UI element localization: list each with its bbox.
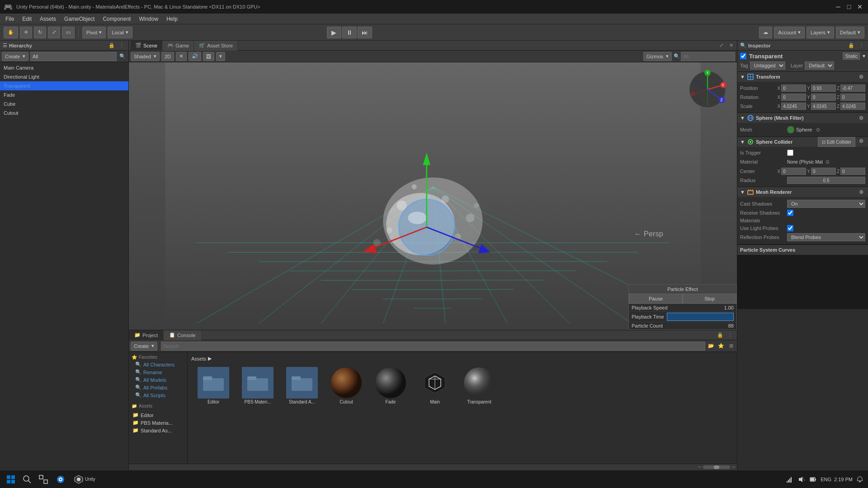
- hierarchy-header[interactable]: ☰ Hierarchy 🔒 ⋮: [0, 41, 128, 51]
- hand-tool[interactable]: ✋: [4, 27, 18, 38]
- rot-x-input[interactable]: 0: [781, 94, 806, 101]
- hierarchy-item-main-camera[interactable]: Main Camera: [0, 63, 128, 72]
- layers-dropdown[interactable]: Layers ▾: [807, 27, 834, 38]
- trigger-checkbox[interactable]: [787, 150, 793, 156]
- light-toggle[interactable]: ☀: [176, 52, 187, 61]
- menu-edit[interactable]: Edit: [19, 15, 35, 23]
- menu-file[interactable]: File: [2, 15, 18, 23]
- use-light-checkbox[interactable]: [787, 225, 793, 231]
- fav-all-prefabs[interactable]: 🔍 All Prefabs: [129, 384, 187, 391]
- asset-fade[interactable]: Fade: [370, 367, 411, 404]
- hierarchy-lock-icon[interactable]: 🔒: [108, 42, 116, 50]
- tab-game[interactable]: 🎮 Game: [163, 41, 194, 51]
- project-grid-icon[interactable]: ⊞: [727, 342, 735, 350]
- mesh-filter-settings-icon[interactable]: ⚙: [857, 114, 865, 122]
- reflection-select[interactable]: Blend Probes Simple Off: [787, 233, 865, 241]
- scene-search-input[interactable]: [681, 52, 735, 61]
- taskbar-unity-app[interactable]: Unity: [71, 472, 99, 487]
- playback-time-input[interactable]: [667, 313, 734, 321]
- tab-asset-store[interactable]: 🛒 Asset Store: [194, 41, 238, 51]
- menu-gameobject[interactable]: GameObject: [61, 15, 98, 23]
- scene-close-icon[interactable]: ✕: [727, 42, 735, 50]
- transform-header[interactable]: ▼ Transform ⚙: [737, 72, 868, 82]
- taskbar-battery-icon[interactable]: [809, 475, 818, 484]
- sphere-collider-header[interactable]: ▼ Sphere Collider ⊡ Edit Collider ⚙: [737, 137, 868, 147]
- rect-tool[interactable]: ▭: [62, 27, 75, 38]
- pause-button[interactable]: Pause: [629, 294, 683, 304]
- object-active-checkbox[interactable]: [740, 53, 746, 59]
- 2d-button[interactable]: 2D: [161, 52, 174, 61]
- pos-y-input[interactable]: 0.93: [811, 84, 836, 92]
- curves-header[interactable]: Particle System Curves: [737, 245, 868, 255]
- taskbar-browser-app[interactable]: [52, 472, 69, 487]
- inspector-panel-header[interactable]: 🔍 Inspector 🔒 ⋮: [737, 41, 868, 51]
- close-button[interactable]: ✕: [855, 2, 864, 11]
- tag-dropdown[interactable]: Untagged: [750, 61, 785, 70]
- mesh-renderer-header[interactable]: ▼ Mesh Renderer ⚙: [737, 187, 868, 197]
- hierarchy-item-transparent[interactable]: Transparent: [0, 81, 128, 90]
- rot-y-input[interactable]: 0: [811, 94, 836, 101]
- mesh-renderer-settings-icon[interactable]: ⚙: [857, 188, 865, 196]
- project-more-icon[interactable]: ⋮: [726, 331, 734, 339]
- account-dropdown[interactable]: Account ▾: [774, 27, 805, 38]
- pos-x-input[interactable]: 0: [781, 84, 806, 92]
- menu-assets[interactable]: Assets: [36, 15, 60, 23]
- taskbar-search-button[interactable]: [20, 472, 34, 487]
- folder-editor[interactable]: 📁 Editor: [129, 411, 187, 419]
- minimize-button[interactable]: ─: [834, 2, 843, 11]
- cy-input[interactable]: 0: [811, 168, 836, 175]
- audio-toggle[interactable]: 🔊: [189, 52, 201, 61]
- asset-transparent[interactable]: Transparent: [459, 367, 500, 404]
- scale-tool[interactable]: ⤢: [48, 27, 60, 38]
- hierarchy-item-fade[interactable]: Fade: [0, 90, 128, 99]
- layer-dropdown[interactable]: Default: [805, 61, 834, 70]
- taskbar-start-button[interactable]: [4, 472, 18, 487]
- rot-z-input[interactable]: 0: [840, 94, 865, 101]
- receive-shadows-checkbox[interactable]: [787, 210, 793, 216]
- pause-button[interactable]: ⏸: [342, 27, 357, 38]
- menu-window[interactable]: Window: [135, 15, 162, 23]
- hierarchy-search[interactable]: [30, 52, 117, 61]
- effects-toggle[interactable]: 🖼: [203, 52, 214, 61]
- favorites-section-title[interactable]: ⭐ Favorites: [129, 354, 187, 361]
- menu-component[interactable]: Component: [99, 15, 134, 23]
- static-chevron-icon[interactable]: ▾: [863, 53, 865, 59]
- hierarchy-item-directional-light[interactable]: Directional Light: [0, 72, 128, 81]
- project-star-icon[interactable]: ⭐: [717, 342, 725, 350]
- taskbar-notifications-icon[interactable]: [855, 475, 864, 484]
- scale-y-input[interactable]: 4.0245: [811, 103, 836, 110]
- hierarchy-item-cube[interactable]: Cube: [0, 99, 128, 108]
- tab-scene[interactable]: 🎬 Scene: [131, 41, 162, 51]
- pivot-button[interactable]: Pivot ▾: [82, 27, 106, 38]
- viewport[interactable]: ← Persp X Y Z: [129, 62, 737, 330]
- fav-all-characters[interactable]: 🔍 All Characters: [129, 361, 187, 368]
- project-reveal-icon[interactable]: 📂: [707, 342, 715, 350]
- maximize-button[interactable]: □: [844, 2, 854, 11]
- material-select-icon[interactable]: ⊙: [824, 158, 832, 166]
- stop-button[interactable]: Stop: [683, 294, 736, 304]
- taskbar-taskview-button[interactable]: [36, 472, 51, 487]
- tab-console[interactable]: 📋 Console: [164, 330, 201, 340]
- inspector-more-icon[interactable]: ⋮: [857, 42, 865, 50]
- cast-shadows-select[interactable]: On Off Two Sided: [787, 200, 865, 208]
- default-dropdown[interactable]: Default ▾: [836, 27, 864, 38]
- hierarchy-search-icon[interactable]: 🔍: [118, 52, 127, 61]
- shaded-dropdown[interactable]: Shaded ▾: [131, 52, 160, 61]
- create-button[interactable]: Create ▾: [2, 52, 28, 61]
- folder-pbs[interactable]: 📁 PBS Materia...: [129, 419, 187, 427]
- gizmos-button[interactable]: Gizmos ▾: [643, 52, 672, 61]
- play-button[interactable]: ▶: [327, 27, 341, 38]
- project-search-input[interactable]: [161, 342, 705, 351]
- rotate-tool[interactable]: ↻: [34, 27, 46, 38]
- asset-pbs[interactable]: PBS Materi...: [237, 367, 278, 404]
- scene-maximize-icon[interactable]: ⤢: [717, 42, 725, 50]
- scale-x-input[interactable]: 4.0245: [781, 103, 806, 110]
- move-tool[interactable]: ✛: [20, 27, 32, 38]
- transform-settings-icon[interactable]: ⚙: [857, 73, 865, 81]
- hierarchy-more-icon[interactable]: ⋮: [118, 42, 126, 50]
- sphere-collider-settings-icon[interactable]: ⚙: [857, 137, 865, 145]
- asset-standard[interactable]: Standard A...: [282, 367, 322, 404]
- mesh-select-icon[interactable]: ⊙: [814, 126, 822, 134]
- scale-z-input[interactable]: 4.0245: [840, 103, 865, 110]
- asset-editor[interactable]: Editor: [193, 367, 234, 404]
